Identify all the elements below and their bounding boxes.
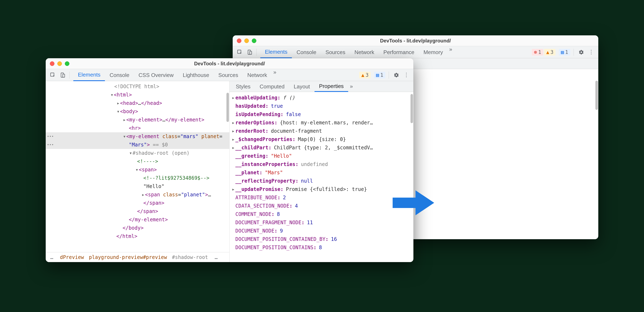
svg-rect-5	[63, 74, 64, 77]
close-button[interactable]	[50, 61, 54, 66]
tab-sources[interactable]: Sources	[214, 69, 243, 81]
dom-node[interactable]: ▾#shadow-root (open)	[46, 149, 229, 157]
subtab-properties[interactable]: Properties	[314, 81, 348, 92]
warnings-badge[interactable]: ▲3	[544, 49, 556, 56]
minimize-button[interactable]	[57, 61, 62, 66]
property-row[interactable]: DOCUMENT_FRAGMENT_NODE11	[231, 218, 411, 227]
dom-node[interactable]: ▾<body>	[46, 107, 229, 116]
dom-node[interactable]: ▸<span class="planet">…	[46, 191, 229, 199]
dom-node[interactable]: ▾<html>	[46, 91, 229, 99]
property-row[interactable]: COMMENT_NODE8	[231, 210, 411, 218]
breadcrumb-item[interactable]: #shadow-root	[172, 254, 208, 260]
dom-node[interactable]: <hr>	[46, 124, 229, 132]
inspect-icon[interactable]	[236, 48, 244, 56]
dom-node[interactable]: </body>	[46, 224, 229, 232]
property-row[interactable]: __instancePropertiesundefined	[231, 160, 411, 169]
subtab-layout[interactable]: Layout	[289, 81, 314, 92]
errors-badge[interactable]: ⊗1	[532, 49, 543, 56]
property-row[interactable]: isUpdatePendingfalse	[231, 110, 411, 118]
scrollbar[interactable]	[226, 93, 229, 122]
property-row[interactable]: ▸__updatePromisePromise {<fulfilled>: tr…	[231, 185, 411, 194]
dom-node[interactable]: <!DOCTYPE html>	[46, 82, 229, 91]
tab-console[interactable]: Console	[105, 69, 134, 81]
dom-node[interactable]: </html>	[46, 232, 229, 240]
property-row[interactable]: ▸enableUpdatingf ()	[231, 94, 411, 102]
dom-node[interactable]: ▸<head>…</head>	[46, 99, 229, 107]
property-row[interactable]: ▸renderOptions{host: my-element.mars, re…	[231, 118, 411, 127]
dom-node[interactable]: </span>	[46, 199, 229, 207]
breadcrumb-more[interactable]: …	[213, 254, 219, 260]
dom-node[interactable]: "Hello"	[46, 182, 229, 191]
expand-icon[interactable]: ▸	[231, 118, 235, 127]
dom-node[interactable]: <!---->	[46, 157, 229, 166]
dom-node-selected[interactable]: "Mars"> == $0	[46, 141, 229, 149]
breadcrumb-more[interactable]: …	[48, 254, 55, 260]
tab-network[interactable]: Network	[243, 69, 272, 81]
expand-icon[interactable]: ▸	[231, 143, 235, 152]
more-tabs-icon[interactable]: »	[448, 46, 454, 58]
properties-list[interactable]: ▸enableUpdatingf ()hasUpdatedtrueisUpdat…	[230, 92, 414, 262]
close-button[interactable]	[237, 39, 242, 43]
expand-icon	[231, 102, 235, 110]
dom-node-selected[interactable]: ▾<my-element class="mars" planet=	[46, 132, 229, 141]
zoom-button[interactable]	[252, 39, 256, 43]
dom-node[interactable]: </my-element>	[46, 216, 229, 224]
messages-badge[interactable]: ▤1	[559, 49, 570, 56]
tab-performance[interactable]: Performance	[379, 46, 419, 58]
zoom-button[interactable]	[65, 61, 70, 66]
dom-node[interactable]: <!--?lit$927534869$-->	[46, 174, 229, 182]
subtab-styles[interactable]: Styles	[231, 81, 255, 92]
property-row[interactable]: ATTRIBUTE_NODE2	[231, 194, 411, 202]
expand-icon	[231, 110, 235, 118]
property-row[interactable]: hasUpdatedtrue	[231, 102, 411, 110]
property-value: "Hello"	[271, 152, 292, 160]
kebab-menu-icon[interactable]: ⋮	[402, 71, 410, 79]
expand-icon[interactable]: ▸	[231, 135, 235, 143]
dom-tree[interactable]: <!DOCTYPE html> ▾<html> ▸<head>…</head> …	[46, 81, 229, 252]
expand-icon[interactable]: ▸	[231, 127, 235, 135]
breadcrumb[interactable]: … dPreview playground-preview#preview #s…	[46, 252, 229, 262]
device-icon[interactable]	[246, 48, 254, 56]
property-row[interactable]: __reflectingPropertynull	[231, 177, 411, 185]
dom-node[interactable]: </span>	[46, 207, 229, 216]
expand-icon[interactable]: ▸	[231, 94, 235, 102]
tab-elements[interactable]: Elements	[260, 46, 292, 58]
property-row[interactable]: ▸_$changedPropertiesMap(0) {size: 0}	[231, 135, 411, 143]
messages-count: 1	[565, 49, 568, 55]
property-row[interactable]: ▸__childPartChildPart {type: 2, _$commit…	[231, 143, 411, 152]
tab-console[interactable]: Console	[292, 46, 321, 58]
tab-lighthouse[interactable]: Lighthouse	[178, 69, 214, 81]
dom-node[interactable]: ▾<span>	[46, 166, 229, 174]
more-subtabs-icon[interactable]: »	[348, 83, 354, 90]
tab-elements[interactable]: Elements	[73, 69, 105, 81]
settings-icon[interactable]	[577, 48, 586, 56]
kebab-menu-icon[interactable]: ⋮	[587, 48, 596, 56]
scrollbar[interactable]	[596, 81, 598, 110]
settings-icon[interactable]	[392, 71, 400, 79]
tab-css-overview[interactable]: CSS Overview	[134, 69, 178, 81]
more-tabs-icon[interactable]: »	[272, 69, 278, 81]
property-row[interactable]: DOCUMENT_POSITION_CONTAINS8	[231, 243, 411, 252]
breadcrumb-item[interactable]: dPreview	[60, 254, 84, 260]
warnings-badge[interactable]: ▲3	[359, 72, 370, 78]
device-icon[interactable]	[58, 71, 67, 79]
messages-badge[interactable]: ▤1	[374, 72, 385, 78]
property-row[interactable]: __planet"Mars"	[231, 169, 411, 177]
inspect-icon[interactable]	[48, 71, 57, 79]
tab-sources[interactable]: Sources	[321, 46, 350, 58]
property-row[interactable]: CDATA_SECTION_NODE4	[231, 202, 411, 210]
property-row[interactable]: DOCUMENT_POSITION_CONTAINED_BY16	[231, 235, 411, 243]
property-row[interactable]: DOCUMENT_NODE9	[231, 227, 411, 235]
property-key: __instanceProperties	[235, 160, 298, 169]
property-row[interactable]: __greeting"Hello"	[231, 152, 411, 160]
property-row[interactable]: ▸renderRootdocument-fragment	[231, 127, 411, 135]
subtab-computed[interactable]: Computed	[255, 81, 289, 92]
minimize-button[interactable]	[244, 39, 249, 43]
tab-network[interactable]: Network	[350, 46, 379, 58]
tab-memory[interactable]: Memory	[419, 46, 448, 58]
property-value: {host: my-element.mars, render…	[280, 118, 373, 127]
expand-icon[interactable]: ▸	[231, 185, 235, 194]
breadcrumb-item[interactable]: playground-preview#preview	[89, 254, 167, 260]
dom-node[interactable]: ▸<my-element>…</my-element>	[46, 116, 229, 124]
scrollbar[interactable]	[410, 94, 413, 123]
